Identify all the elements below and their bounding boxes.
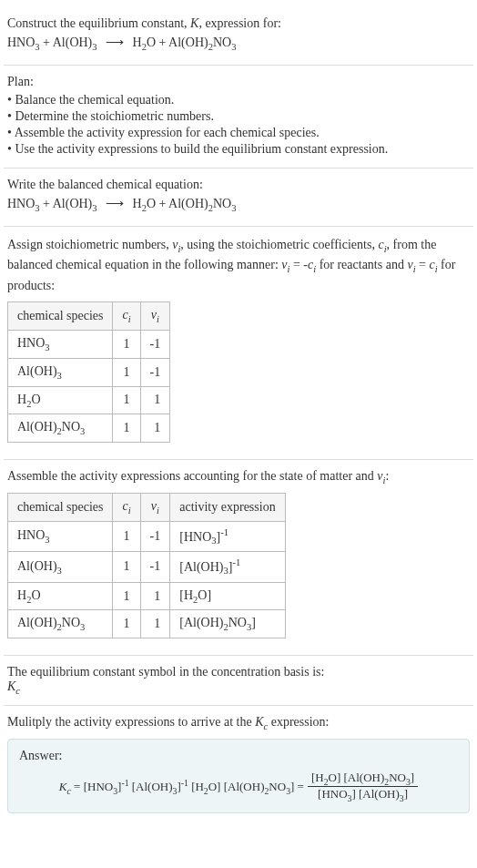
cell-species: H2O <box>8 582 113 610</box>
col-vi: νi <box>140 493 170 521</box>
table-row: Al(OH)3 1 -1 <box>8 358 170 386</box>
eq-rhs: H2O + Al(OH)2NO3 <box>133 197 237 210</box>
eq-lhs: HNO3 + Al(OH)3 <box>7 36 97 49</box>
cell-expr: [H2O] <box>170 582 285 610</box>
plan-item: • Use the activity expressions to build … <box>7 142 470 157</box>
cell-species: HNO3 <box>8 521 113 551</box>
activity-table: chemical species ci νi activity expressi… <box>7 493 286 638</box>
answer-box: Answer: Kc = [HNO3]-1 [Al(OH)3]-1 [H2O] … <box>7 739 470 813</box>
plan-list: • Balance the chemical equation. • Deter… <box>7 93 470 157</box>
table-header-row: chemical species ci νi activity expressi… <box>8 493 286 521</box>
denominator: [HNO3] [Al(OH)3] <box>314 787 411 803</box>
plan-item: • Determine the stoichiometric numbers. <box>7 109 470 124</box>
col-vi: νi <box>140 302 170 331</box>
cell-vi: 1 <box>140 414 170 443</box>
plan-item: • Balance the chemical equation. <box>7 93 470 107</box>
cell-vi: 1 <box>140 582 170 610</box>
arrow-icon: ⟶ <box>100 197 129 210</box>
col-ci: ci <box>113 302 140 331</box>
cell-vi: -1 <box>140 552 170 582</box>
cell-expr: [Al(OH)2NO3] <box>170 610 285 638</box>
cell-ci: 1 <box>113 330 140 358</box>
cell-ci: 1 <box>113 386 140 414</box>
cell-vi: 1 <box>140 610 170 638</box>
activity-section: Assemble the activity expressions accoun… <box>4 460 473 656</box>
symbol-intro: The equilibrium constant symbol in the c… <box>7 665 470 679</box>
table-row: Al(OH)2NO3 1 1 [Al(OH)2NO3] <box>8 610 286 638</box>
multiply-section: Mulitply the activity expressions to arr… <box>4 706 473 822</box>
plan-section: Plan: • Balance the chemical equation. •… <box>4 66 473 168</box>
table-row: H2O 1 1 [H2O] <box>8 582 286 610</box>
table-row: HNO3 1 -1 [HNO3]-1 <box>8 521 286 551</box>
table-row: Al(OH)3 1 -1 [Al(OH)3]-1 <box>8 552 286 582</box>
cell-vi: -1 <box>140 358 170 386</box>
numerator: [H2O] [Al(OH)2NO3] <box>308 771 418 788</box>
stoich-intro: Assign stoichiometric numbers, νi, using… <box>7 236 470 295</box>
answer-label: Answer: <box>19 749 458 763</box>
cell-ci: 1 <box>113 358 140 386</box>
cell-ci: 1 <box>113 521 140 551</box>
cell-vi: -1 <box>140 330 170 358</box>
cell-expr: [Al(OH)3]-1 <box>170 552 285 582</box>
intro-equation: HNO3 + Al(OH)3 ⟶ H2O + Al(OH)2NO3 <box>7 35 470 52</box>
table-row: Al(OH)2NO3 1 1 <box>8 414 170 443</box>
table-row: HNO3 1 -1 <box>8 330 170 358</box>
cell-vi: 1 <box>140 386 170 414</box>
col-expr: activity expression <box>170 493 285 521</box>
col-ci: ci <box>113 493 140 521</box>
balanced-title: Write the balanced chemical equation: <box>7 178 470 192</box>
col-species: chemical species <box>8 302 113 331</box>
cell-ci: 1 <box>113 552 140 582</box>
cell-species: Al(OH)3 <box>8 358 113 386</box>
stoich-table: chemical species ci νi HNO3 1 -1 Al(OH)3… <box>7 301 170 443</box>
kc-symbol: Kc <box>7 679 470 696</box>
kc-equals: Kc = [HNO3]-1 [Al(OH)3]-1 [H2O] [Al(OH)2… <box>59 778 304 796</box>
eq-rhs: H2O + Al(OH)2NO3 <box>133 36 237 49</box>
cell-species: HNO3 <box>8 330 113 358</box>
plan-title: Plan: <box>7 75 470 89</box>
table-header-row: chemical species ci νi <box>8 302 170 331</box>
answer-equation: Kc = [HNO3]-1 [Al(OH)3]-1 [H2O] [Al(OH)2… <box>19 771 458 803</box>
eq-lhs: HNO3 + Al(OH)3 <box>7 197 97 210</box>
col-species: chemical species <box>8 493 113 521</box>
intro-text: Construct the equilibrium constant, K, e… <box>7 16 470 31</box>
cell-species: Al(OH)3 <box>8 552 113 582</box>
fraction: [H2O] [Al(OH)2NO3] [HNO3] [Al(OH)3] <box>308 771 418 803</box>
balanced-section: Write the balanced chemical equation: HN… <box>4 168 473 227</box>
balanced-equation: HNO3 + Al(OH)3 ⟶ H2O + Al(OH)2NO3 <box>7 196 470 213</box>
symbol-section: The equilibrium constant symbol in the c… <box>4 656 473 706</box>
multiply-intro: Mulitply the activity expressions to arr… <box>7 715 470 731</box>
table-row: H2O 1 1 <box>8 386 170 414</box>
cell-species: Al(OH)2NO3 <box>8 414 113 443</box>
activity-intro: Assemble the activity expressions accoun… <box>7 469 470 485</box>
plan-item: • Assemble the activity expression for e… <box>7 126 470 140</box>
cell-expr: [HNO3]-1 <box>170 521 285 551</box>
cell-ci: 1 <box>113 582 140 610</box>
cell-ci: 1 <box>113 610 140 638</box>
stoich-section: Assign stoichiometric numbers, νi, using… <box>4 227 473 461</box>
intro-section: Construct the equilibrium constant, K, e… <box>4 7 473 66</box>
cell-species: Al(OH)2NO3 <box>8 610 113 638</box>
cell-vi: -1 <box>140 521 170 551</box>
cell-species: H2O <box>8 386 113 414</box>
arrow-icon: ⟶ <box>100 36 129 49</box>
cell-ci: 1 <box>113 414 140 443</box>
